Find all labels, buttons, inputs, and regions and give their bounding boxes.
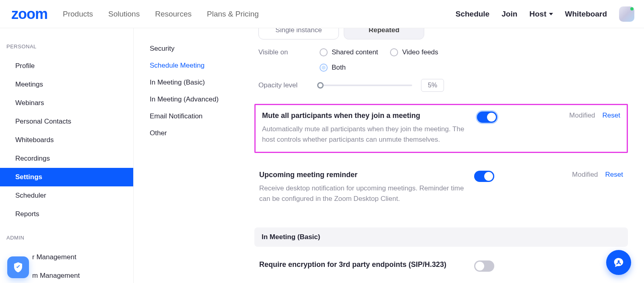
reminder-modified-label: Modified — [572, 171, 598, 179]
radio-both[interactable] — [320, 64, 328, 72]
sidebar-item-profile[interactable]: Profile — [0, 57, 133, 75]
nav-host[interactable]: Host — [529, 10, 553, 19]
radio-shared-content[interactable] — [320, 48, 328, 56]
opacity-label: Opacity level — [258, 81, 315, 89]
sidebar-item-scheduler[interactable]: Scheduler — [0, 186, 133, 205]
nav-whiteboard[interactable]: Whiteboard — [565, 10, 607, 19]
sidebar-item-settings[interactable]: Settings — [0, 168, 133, 186]
sidebar-heading-admin: ADMIN — [0, 223, 133, 248]
slider-knob-icon[interactable] — [317, 82, 324, 89]
sidebar-item-whiteboards[interactable]: Whiteboards — [0, 131, 133, 149]
radio-both-label: Both — [332, 64, 346, 72]
nav-solutions[interactable]: Solutions — [108, 10, 140, 19]
subnav-in-meeting-basic[interactable]: In Meeting (Basic) — [150, 74, 242, 91]
reminder-reset-link[interactable]: Reset — [605, 171, 623, 179]
nav-resources[interactable]: Resources — [155, 10, 192, 19]
mute-reset-link[interactable]: Reset — [603, 112, 620, 120]
mute-title: Mute all participants when they join a m… — [262, 112, 467, 120]
segment-single-instance[interactable]: Single instance — [258, 28, 339, 39]
header: zoom Products Solutions Resources Plans … — [0, 0, 644, 28]
sidebar: PERSONAL Profile Meetings Webinars Perso… — [0, 28, 134, 283]
encryption-toggle[interactable] — [474, 260, 494, 272]
subnav-schedule-meeting[interactable]: Schedule Meeting — [150, 57, 242, 74]
logo[interactable]: zoom — [11, 6, 47, 23]
subnav-other[interactable]: Other — [150, 125, 242, 142]
mute-description: Automatically mute all participants when… — [262, 124, 467, 145]
header-right: Schedule Join Host Whiteboard — [456, 6, 634, 22]
encryption-title: Require encryption for 3rd party endpoin… — [259, 260, 464, 269]
radio-video-feeds[interactable] — [390, 48, 398, 56]
visible-on-label: Visible on — [258, 48, 315, 56]
avatar[interactable] — [619, 6, 634, 22]
nav-plans-pricing[interactable]: Plans & Pricing — [207, 10, 259, 19]
settings-content: Single instance Repeated Visible on Shar… — [250, 28, 644, 283]
opacity-slider[interactable] — [320, 85, 412, 86]
nav-join[interactable]: Join — [502, 10, 517, 19]
mute-toggle[interactable] — [477, 112, 497, 123]
sidebar-item-personal-contacts[interactable]: Personal Contacts — [0, 112, 133, 131]
nav-products[interactable]: Products — [63, 10, 93, 19]
nav-schedule[interactable]: Schedule — [456, 10, 489, 19]
subnav-email-notification[interactable]: Email Notification — [150, 108, 242, 125]
sidebar-item-recordings[interactable]: Recordings — [0, 149, 133, 168]
main-nav: Products Solutions Resources Plans & Pri… — [63, 10, 259, 19]
nav-host-label: Host — [529, 10, 546, 19]
reminder-title: Upcoming meeting reminder — [259, 171, 464, 179]
svg-point-0 — [618, 260, 620, 262]
reminder-toggle[interactable] — [474, 171, 494, 182]
mute-modified-label: Modified — [569, 112, 595, 120]
radio-shared-content-label: Shared content — [332, 48, 378, 56]
chevron-down-icon — [549, 13, 553, 15]
sidebar-item-meetings[interactable]: Meetings — [0, 75, 133, 94]
reminder-description: Receive desktop notification for upcomin… — [259, 183, 464, 205]
sidebar-item-webinars[interactable]: Webinars — [0, 94, 133, 112]
subnav-security[interactable]: Security — [150, 40, 242, 57]
chat-icon[interactable] — [606, 250, 631, 275]
highlight-box: Mute all participants when they join a m… — [254, 104, 628, 153]
subnav-in-meeting-advanced[interactable]: In Meeting (Advanced) — [150, 91, 242, 108]
radio-video-feeds-label: Video feeds — [402, 48, 438, 56]
segment-repeated[interactable]: Repeated — [344, 28, 424, 39]
sidebar-item-reports[interactable]: Reports — [0, 205, 133, 223]
shield-icon[interactable] — [7, 256, 29, 278]
section-in-meeting-basic: In Meeting (Basic) — [254, 227, 628, 247]
sidebar-heading-personal: PERSONAL — [0, 40, 133, 57]
opacity-value[interactable]: 5% — [421, 79, 444, 92]
settings-subnav: Security Schedule Meeting In Meeting (Ba… — [134, 28, 250, 283]
